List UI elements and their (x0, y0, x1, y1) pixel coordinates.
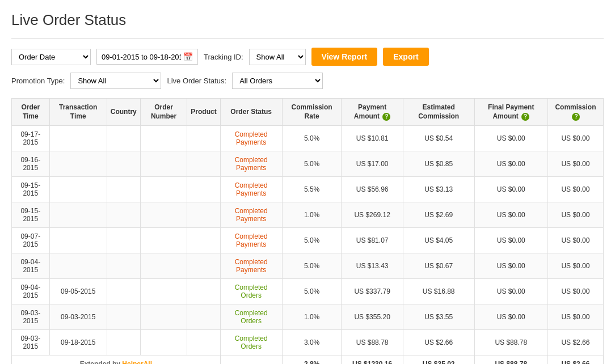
table-row: 09-07-2015 Completed Payments 5.0% US $8… (12, 228, 604, 253)
cell-commission: US $0.00 (547, 177, 603, 202)
cell-order-status: Completed Payments (220, 151, 282, 177)
cell-commission: US $0.00 (547, 202, 603, 228)
cell-transaction-time (49, 228, 107, 253)
cell-transaction-time: 09-05-2015 (49, 279, 107, 304)
cell-commission: US $0.00 (547, 279, 603, 304)
cell-estimated-commission: US $4.05 (403, 228, 474, 253)
helper-ali-link[interactable]: HelperAli (122, 360, 152, 364)
cell-order-status: Completed Payments (220, 253, 282, 279)
footer-row: Extended by HelperAli 2.8% US $1230.16 U… (12, 355, 604, 364)
table-row: 09-03-2015 09-03-2015 Completed Orders 1… (12, 304, 604, 330)
cell-order-number (140, 126, 187, 151)
payment-amount-help-icon[interactable]: ? (382, 113, 390, 121)
col-order-status: Order Status (220, 99, 282, 126)
cell-order-number (140, 304, 187, 330)
cell-payment-amount: US $56.96 (342, 177, 403, 202)
tracking-id-label: Tracking ID: (204, 53, 243, 61)
cell-order-status: Completed Orders (220, 304, 282, 330)
cell-estimated-commission: US $3.55 (403, 304, 474, 330)
cell-estimated-commission: US $0.54 (403, 126, 474, 151)
export-button[interactable]: Export (383, 48, 428, 66)
cell-order-number (140, 279, 187, 304)
col-order-number: Order Number (140, 99, 187, 126)
cell-order-status: Completed Payments (220, 177, 282, 202)
table-row: 09-17-2015 Completed Payments 5.0% US $1… (12, 126, 604, 151)
calendar-icon[interactable]: 📅 (183, 52, 193, 61)
col-estimated-commission: Estimated Commission (403, 99, 474, 126)
cell-payment-amount: US $88.78 (342, 330, 403, 355)
final-payment-help-icon[interactable]: ? (521, 113, 529, 121)
footer-final-payment-total: US $88.78 (474, 355, 547, 364)
cell-final-payment-amount: US $0.00 (474, 202, 547, 228)
date-range-input[interactable] (102, 53, 181, 61)
date-range-container: 📅 (96, 49, 198, 65)
cell-transaction-time (49, 151, 107, 177)
cell-final-payment-amount: US $0.00 (474, 126, 547, 151)
promotion-type-label: Promotion Type: (11, 77, 65, 85)
cell-order-time: 09-16-2015 (12, 151, 50, 177)
col-order-time: Order Time (12, 99, 50, 126)
cell-order-time: 09-03-2015 (12, 304, 50, 330)
cell-order-number (140, 228, 187, 253)
table-header-row: Order Time Transaction Time Country Orde… (12, 99, 604, 126)
cell-order-time: 09-04-2015 (12, 253, 50, 279)
promotion-type-select[interactable]: Show All (70, 73, 161, 89)
cell-product (187, 177, 220, 202)
cell-commission: US $0.00 (547, 253, 603, 279)
cell-order-number (140, 177, 187, 202)
cell-order-status: Completed Payments (220, 228, 282, 253)
cell-product (187, 279, 220, 304)
cell-payment-amount: US $13.43 (342, 253, 403, 279)
cell-order-time: 09-15-2015 (12, 202, 50, 228)
table-footer: Extended by HelperAli 2.8% US $1230.16 U… (12, 355, 604, 364)
col-country: Country (107, 99, 140, 126)
cell-commission-rate: 5.0% (282, 151, 342, 177)
cell-commission: US $2.66 (547, 330, 603, 355)
cell-final-payment-amount: US $88.78 (474, 330, 547, 355)
col-commission: Commission ? (547, 99, 603, 126)
cell-estimated-commission: US $3.13 (403, 177, 474, 202)
cell-commission-rate: 3.0% (282, 330, 342, 355)
cell-product (187, 202, 220, 228)
footer-commission-rate: 2.8% (282, 355, 342, 364)
footer-status (220, 355, 282, 364)
cell-payment-amount: US $269.12 (342, 202, 403, 228)
table-row: 09-04-2015 Completed Payments 5.0% US $1… (12, 253, 604, 279)
page-container: Live Order Status Order Date 📅 Tracking … (0, 0, 615, 364)
cell-country (107, 202, 140, 228)
page-title: Live Order Status (11, 11, 604, 29)
cell-product (187, 126, 220, 151)
cell-payment-amount: US $337.79 (342, 279, 403, 304)
cell-final-payment-amount: US $0.00 (474, 177, 547, 202)
commission-help-icon[interactable]: ? (572, 113, 580, 121)
cell-product (187, 253, 220, 279)
cell-order-time: 09-03-2015 (12, 330, 50, 355)
view-report-button[interactable]: View Report (311, 48, 378, 66)
live-order-status-select[interactable]: All Orders (232, 73, 323, 89)
live-order-status-label: Live Order Status: (167, 77, 226, 85)
cell-final-payment-amount: US $0.00 (474, 304, 547, 330)
filters-row1: Order Date 📅 Tracking ID: Show All View … (11, 48, 604, 66)
col-payment-amount: Payment Amount ? (342, 99, 403, 126)
tracking-id-select[interactable]: Show All (249, 49, 306, 65)
cell-country (107, 279, 140, 304)
orders-table: Order Time Transaction Time Country Orde… (11, 98, 604, 364)
cell-transaction-time (49, 202, 107, 228)
table-row: 09-15-2015 Completed Payments 1.0% US $2… (12, 202, 604, 228)
cell-order-status: Completed Orders (220, 330, 282, 355)
cell-commission-rate: 1.0% (282, 202, 342, 228)
footer-payment-total: US $1230.16 (342, 355, 403, 364)
cell-country (107, 126, 140, 151)
cell-order-number (140, 253, 187, 279)
cell-estimated-commission: US $0.85 (403, 151, 474, 177)
cell-product (187, 304, 220, 330)
cell-transaction-time: 09-03-2015 (49, 304, 107, 330)
cell-order-time: 09-04-2015 (12, 279, 50, 304)
col-transaction-time: Transaction Time (49, 99, 107, 126)
order-date-select[interactable]: Order Date (11, 49, 91, 65)
cell-transaction-time (49, 253, 107, 279)
col-commission-rate: Commission Rate (282, 99, 342, 126)
cell-order-number (140, 202, 187, 228)
cell-payment-amount: US $17.00 (342, 151, 403, 177)
cell-order-status: Completed Payments (220, 202, 282, 228)
